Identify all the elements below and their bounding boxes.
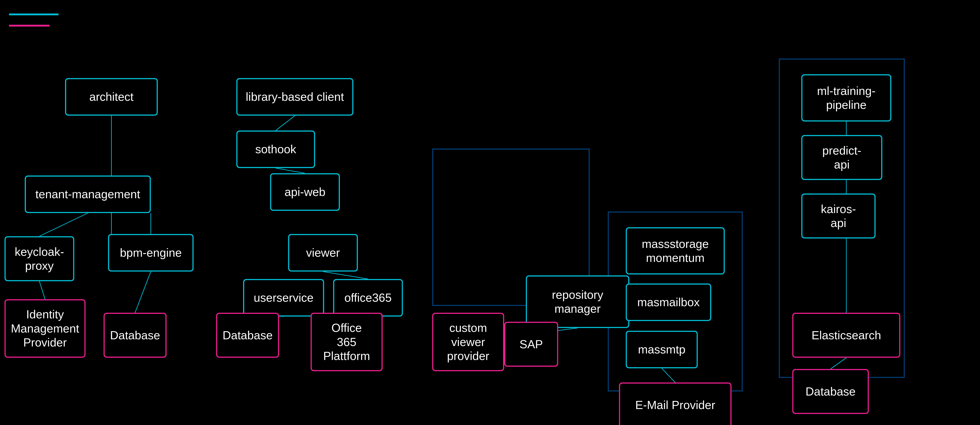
node-tenant-management[interactable]: tenant-management xyxy=(25,176,151,213)
node-office365-platform[interactable]: Office 365 Plattform xyxy=(310,313,383,371)
svg-line-2 xyxy=(276,168,305,173)
node-kairos-api[interactable]: kairos- api xyxy=(801,193,875,238)
node-elasticsearch[interactable]: Elasticsearch xyxy=(792,313,900,358)
node-massmtp[interactable]: massmtp xyxy=(626,331,698,368)
node-sap[interactable]: SAP xyxy=(504,322,558,367)
node-sothook[interactable]: sothook xyxy=(236,130,315,168)
node-office365[interactable]: office365 xyxy=(333,279,403,317)
svg-line-6 xyxy=(135,271,151,313)
node-custom-viewer-provider[interactable]: custom viewer provider xyxy=(432,313,504,371)
node-database-1[interactable]: Database xyxy=(103,313,167,358)
svg-line-3 xyxy=(40,213,88,236)
node-api-web[interactable]: api-web xyxy=(270,173,340,211)
node-bpm-engine[interactable]: bpm-engine xyxy=(108,234,194,271)
node-masmailbox[interactable]: masmailbox xyxy=(626,284,711,321)
line-cyan xyxy=(9,14,59,15)
node-predict-api[interactable]: predict- api xyxy=(801,135,882,180)
svg-line-9 xyxy=(323,271,368,279)
node-identity-management-provider[interactable]: Identity Management Provider xyxy=(5,299,86,358)
node-ml-training-pipeline[interactable]: ml-training- pipeline xyxy=(801,74,891,122)
svg-line-1 xyxy=(276,116,295,130)
diagram: architect library-based client sothook a… xyxy=(0,0,980,425)
node-database-2[interactable]: Database xyxy=(216,313,279,358)
node-viewer[interactable]: viewer xyxy=(288,234,358,271)
node-keycloak-proxy[interactable]: keycloak- proxy xyxy=(5,236,74,281)
node-email-provider[interactable]: E-Mail Provider xyxy=(619,382,732,425)
node-repository-manager[interactable]: repository manager xyxy=(526,275,629,328)
node-database-3[interactable]: Database xyxy=(792,369,869,414)
node-library-based-client[interactable]: library-based client xyxy=(236,78,353,116)
node-architect[interactable]: architect xyxy=(65,78,158,116)
node-userservice[interactable]: userservice xyxy=(243,279,324,317)
line-magenta xyxy=(9,25,49,27)
svg-line-5 xyxy=(40,281,45,299)
node-massstorage-momentum[interactable]: massstorage momentum xyxy=(626,227,725,274)
